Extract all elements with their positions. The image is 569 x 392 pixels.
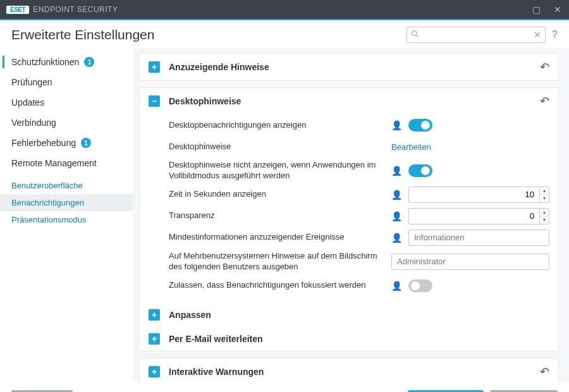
person-icon: 👤 [391, 166, 402, 176]
undo-icon[interactable]: ↶ [540, 94, 549, 108]
person-icon: 👤 [391, 281, 402, 291]
row-desktop-hints: Desktophinweise Bearbeiten [169, 136, 549, 157]
close-icon[interactable]: ✕ [553, 4, 563, 15]
panel-head[interactable]: + Interaktive Warnungen ↶ [140, 358, 558, 382]
expand-icon[interactable]: + [149, 61, 160, 73]
person-icon: 👤 [391, 190, 402, 200]
row-control: 👤 ▴ ▾ [391, 187, 549, 203]
person-icon: 👤 [391, 233, 402, 243]
panel-title: Desktophinweise [169, 96, 540, 106]
panel-title: Interaktive Warnungen [169, 367, 540, 377]
seconds-input[interactable] [408, 187, 540, 203]
spin-down-icon[interactable]: ▾ [540, 195, 549, 202]
row-min-info: Mindestinformationen anzuzeigender Ereig… [169, 227, 549, 248]
panel-desktophinweise: − Desktophinweise ↶ Desktopbenachrichtig… [139, 87, 559, 352]
expand-icon[interactable]: + [149, 366, 160, 377]
content: + Anzuzeigende Hinweise ↶ − Desktophinwe… [133, 48, 569, 382]
row-multiuser: Auf Mehrbenutzersystemen Hinweise auf de… [169, 248, 549, 275]
panel-head[interactable]: + Anzuzeigende Hinweise ↶ [140, 54, 558, 80]
page-title: Erweiterte Einstellungen [11, 27, 154, 42]
sidebar-item-verbindung[interactable]: Verbindung [0, 113, 133, 133]
edit-link[interactable]: Bearbeiten [391, 142, 431, 152]
search-wrap: ✕ ? [407, 27, 558, 43]
person-icon: 👤 [391, 211, 402, 221]
multiuser-input[interactable]: Administrator [391, 254, 549, 270]
search-input[interactable] [422, 30, 531, 39]
row-control: 👤 ▴ ▾ [391, 208, 549, 224]
min-info-dropdown[interactable]: Informationen [408, 230, 549, 246]
row-control: Bearbeiten [391, 142, 549, 152]
row-label: Zeit in Sekunden anzeigen [169, 189, 391, 200]
row-transparency: Transparenz 👤 ▴ ▾ [169, 205, 549, 227]
undo-icon[interactable]: ↶ [540, 60, 549, 74]
row-fullscreen-suppress: Desktophinweise nicht anzeigen, wenn Anw… [169, 157, 549, 184]
person-icon: 👤 [391, 120, 402, 130]
sidebar-item-label: Schutzfunktionen [11, 57, 79, 67]
expand-icon[interactable]: + [149, 309, 160, 321]
toggle-fullscreen-suppress[interactable] [408, 164, 432, 177]
row-label: Desktopbenachrichtigungen anzeigen [169, 120, 391, 131]
panel-anzuzeigende-hinweise: + Anzuzeigende Hinweise ↶ [139, 53, 559, 81]
help-icon[interactable]: ? [552, 29, 558, 40]
sidebar-sub-benachrichtigungen[interactable]: Benachrichtigungen [0, 194, 133, 211]
row-control: 👤 Informationen [391, 230, 549, 246]
toggle-allow-focus[interactable] [408, 279, 432, 292]
sidebar-item-label: Verbindung [11, 118, 56, 128]
row-allow-focus: Zulassen, dass Benachrichtigungen fokuss… [169, 275, 549, 297]
svg-point-0 [412, 31, 417, 36]
sidebar-sub-benutzeroberflaeche[interactable]: Benutzeroberfläche [0, 177, 133, 194]
expand-icon[interactable]: + [149, 333, 160, 345]
row-label: Desktophinweise [169, 142, 391, 152]
dropdown-value: Informationen [414, 233, 465, 242]
row-show-desktop-notifications: Desktopbenachrichtigungen anzeigen 👤 [169, 114, 549, 136]
spin-up-icon[interactable]: ▴ [540, 209, 549, 216]
search-box[interactable]: ✕ [407, 27, 546, 43]
sidebar-item-label: Fehlerbehebung [11, 138, 76, 148]
collapse-icon[interactable]: − [149, 95, 160, 107]
sidebar-item-remote-management[interactable]: Remote Management [0, 153, 133, 173]
row-control: 👤 [391, 279, 549, 292]
minimize-icon[interactable]: ▢ [531, 4, 541, 15]
transparency-input[interactable] [408, 208, 540, 224]
toggle-show-desktop[interactable] [408, 119, 432, 132]
subsection-email-forward[interactable]: + Per E-Mail weiterleiten [140, 327, 558, 351]
sidebar-item-updates[interactable]: Updates [0, 92, 133, 113]
brand: ESET ENDPOINT SECURITY [6, 5, 118, 14]
row-display-seconds: Zeit in Sekunden anzeigen 👤 ▴ ▾ [169, 184, 549, 205]
search-icon [411, 30, 419, 40]
spin-down-icon[interactable]: ▾ [540, 216, 549, 224]
spin-up-icon[interactable]: ▴ [540, 187, 549, 195]
badge: 1 [84, 57, 94, 67]
spinner: ▴ ▾ [540, 187, 549, 203]
panel-head[interactable]: − Desktophinweise ↶ [140, 88, 558, 114]
input-value: Administrator [397, 257, 446, 266]
sidebar-sub-praesentationsmodus[interactable]: Präsentationsmodus [0, 211, 133, 228]
row-label: Zulassen, dass Benachrichtigungen fokuss… [169, 280, 391, 291]
sidebar-item-pruefungen[interactable]: Prüfungen [0, 72, 133, 92]
subsection-title: Anpassen [169, 310, 549, 320]
svg-line-1 [416, 35, 418, 37]
panel-title: Anzuzeigende Hinweise [169, 62, 540, 72]
sidebar: Schutzfunktionen 1 Prüfungen Updates Ver… [0, 48, 133, 382]
sidebar-item-fehlerbehebung[interactable]: Fehlerbehebung 1 [0, 133, 133, 153]
sidebar-item-schutzfunktionen[interactable]: Schutzfunktionen 1 [0, 52, 133, 72]
clear-search-icon[interactable]: ✕ [534, 30, 541, 40]
subsection-anpassen[interactable]: + Anpassen [140, 303, 558, 327]
sidebar-sub-group: Benutzeroberfläche Benachrichtigungen Pr… [0, 177, 133, 228]
row-control: 👤 [391, 119, 549, 132]
undo-icon[interactable]: ↶ [540, 365, 549, 379]
sidebar-item-label: Prüfungen [11, 77, 52, 87]
row-label: Transparenz [169, 211, 391, 221]
transparency-stepper[interactable]: ▴ ▾ [408, 208, 549, 224]
badge: 1 [81, 138, 91, 148]
footer: Standard OK Abbrechen [0, 382, 569, 392]
subsection-title: Per E-Mail weiterleiten [169, 334, 549, 344]
row-control: Administrator [391, 254, 549, 270]
row-label: Auf Mehrbenutzersystemen Hinweise auf de… [169, 251, 391, 273]
row-label: Desktophinweise nicht anzeigen, wenn Anw… [169, 160, 391, 181]
row-label: Mindestinformationen anzuzeigender Ereig… [169, 232, 391, 243]
product-name: ENDPOINT SECURITY [33, 5, 118, 14]
titlebar: ESET ENDPOINT SECURITY ▢ ✕ [0, 0, 569, 19]
main: Schutzfunktionen 1 Prüfungen Updates Ver… [0, 48, 569, 382]
seconds-stepper[interactable]: ▴ ▾ [408, 187, 549, 203]
